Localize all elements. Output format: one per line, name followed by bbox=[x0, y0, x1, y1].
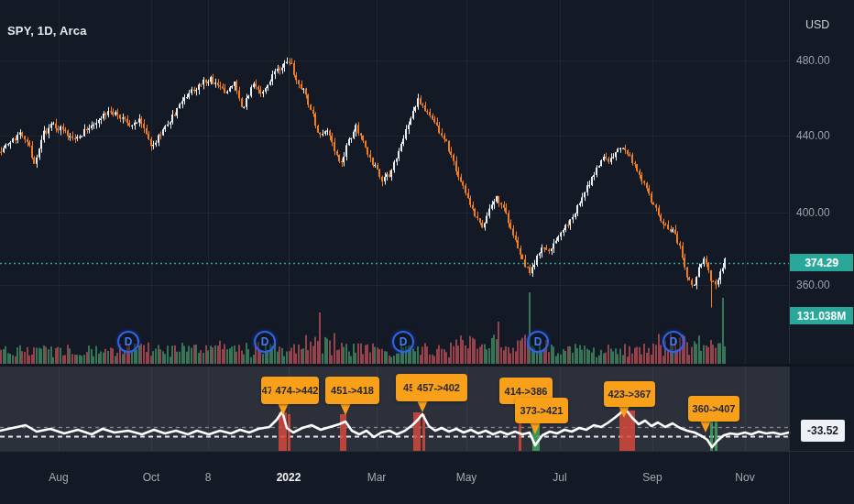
signal-label[interactable]: 47474->442 bbox=[261, 377, 319, 404]
signal-label-prefix: 45 bbox=[403, 382, 412, 394]
signal-label-text: 451->418 bbox=[331, 385, 374, 396]
dividend-marker[interactable]: D bbox=[254, 331, 276, 353]
signal-label-text: 457->402 bbox=[417, 382, 460, 393]
time-tick-label: Nov bbox=[735, 471, 754, 484]
last-price-badge: 374.29 bbox=[790, 254, 853, 271]
price-axis-separator[interactable] bbox=[789, 0, 790, 504]
signal-label-text: 373->421 bbox=[520, 405, 564, 416]
symbol-title[interactable]: SPY, 1D, Arca bbox=[7, 24, 87, 38]
signal-label-pointer bbox=[700, 421, 711, 433]
time-tick-label: Jul bbox=[553, 471, 566, 484]
signal-label-pointer bbox=[530, 422, 541, 434]
signal-label-pointer bbox=[340, 403, 351, 415]
signal-label-text: 423->367 bbox=[608, 389, 651, 400]
signal-label-text: 414->386 bbox=[505, 386, 548, 397]
time-tick-label: Sep bbox=[642, 471, 662, 484]
time-tick-label: May bbox=[456, 471, 477, 484]
time-tick-label: Oct bbox=[143, 471, 160, 484]
signal-label[interactable]: 373->421 bbox=[515, 398, 568, 423]
price-tick-label: 400.00 bbox=[796, 205, 830, 220]
dividend-marker[interactable]: D bbox=[662, 331, 684, 353]
time-tick-label: 8 bbox=[205, 471, 212, 484]
tradingview-chart-window: SPY, 1D, Arca USD 480.00440.00400.00360.… bbox=[0, 0, 854, 504]
signal-label[interactable]: 360->407 bbox=[688, 396, 739, 422]
signal-label[interactable]: 423->367 bbox=[604, 381, 655, 407]
volume-badge: 131.038M bbox=[790, 307, 853, 324]
dividend-marker[interactable]: D bbox=[392, 331, 414, 353]
dividend-marker[interactable]: D bbox=[117, 331, 139, 353]
signal-label-pointer bbox=[417, 400, 428, 412]
signal-label-text: 360->407 bbox=[693, 403, 736, 414]
time-tick-label: Mar bbox=[367, 471, 387, 484]
time-axis-separator bbox=[0, 451, 854, 452]
signal-label[interactable]: 451->418 bbox=[325, 377, 379, 404]
oscillator-value-badge: -33.52 bbox=[801, 420, 845, 442]
time-tick-label: Aug bbox=[49, 471, 68, 484]
price-tick-label: 360.00 bbox=[796, 278, 830, 292]
pane-separator[interactable] bbox=[0, 364, 854, 367]
signal-label-pointer bbox=[278, 403, 289, 415]
currency-label: USD bbox=[805, 18, 829, 31]
signal-label[interactable]: 45457->402 bbox=[396, 374, 467, 401]
price-tick-label: 440.00 bbox=[796, 128, 830, 143]
dividend-marker[interactable]: D bbox=[527, 331, 549, 353]
price-tick-label: 480.00 bbox=[796, 53, 830, 68]
signal-label-text: 474->442 bbox=[276, 385, 319, 396]
signal-label-prefix: 47 bbox=[262, 385, 271, 397]
signal-label-pointer bbox=[619, 406, 630, 418]
time-tick-label: 2022 bbox=[277, 471, 301, 484]
chart-canvas[interactable] bbox=[0, 0, 854, 504]
